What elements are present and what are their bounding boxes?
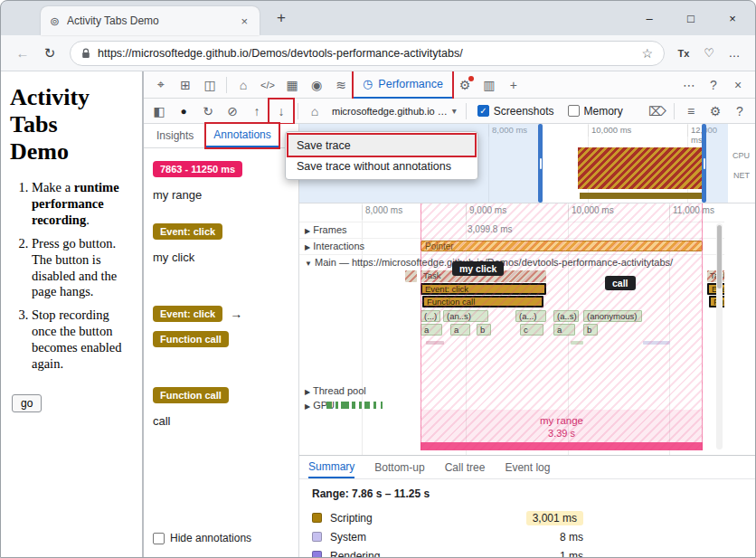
- hide-annotations-checkbox[interactable]: Hide annotations: [153, 532, 251, 544]
- memory-tab-icon[interactable]: ▥: [477, 73, 501, 97]
- clear-button[interactable]: ⊘: [221, 99, 244, 123]
- task-bar[interactable]: [405, 270, 417, 282]
- menu-item-save-trace[interactable]: Save trace: [288, 135, 475, 156]
- range-annotation-badge[interactable]: 7863 - 11250 ms: [153, 161, 242, 177]
- perf-settings-gear-icon[interactable]: ⚙: [704, 99, 727, 123]
- go-button[interactable]: go: [12, 394, 42, 412]
- devtools-overflow-icon[interactable]: ⋯: [677, 73, 701, 97]
- sources-tab-icon[interactable]: </>: [256, 73, 279, 97]
- address-bar[interactable]: https://microsoftedge.github.io/Demos/de…: [70, 41, 665, 66]
- js-frame-bar[interactable]: b: [583, 324, 598, 336]
- menu-item-save-trace-without-annotations[interactable]: Save trace without annotations: [288, 156, 475, 176]
- minimize-button[interactable]: –: [628, 1, 670, 35]
- js-frame-bar[interactable]: (anonymous): [583, 310, 642, 322]
- refresh-button[interactable]: ↻: [37, 41, 62, 66]
- devtools-help-icon[interactable]: ?: [702, 73, 725, 97]
- flame-chart[interactable]: 8,000 ms 9,000 ms 10,000 ms 11,000 ms 3,…: [299, 203, 724, 455]
- function-call-bar[interactable]: Function call: [422, 296, 543, 307]
- download-trace-button[interactable]: ↓: [269, 99, 293, 123]
- thread-pool-row-label[interactable]: ▶ Thread pool: [305, 385, 366, 396]
- ruler-tick: 9,000 ms: [466, 205, 506, 220]
- link-to-badge[interactable]: Function call: [153, 331, 229, 347]
- divider: [674, 103, 675, 119]
- debugger-tab-icon[interactable]: ◉: [305, 73, 328, 97]
- function-annotation-badge[interactable]: Function call: [153, 387, 229, 403]
- toggle-sidebar-icon[interactable]: ◧: [147, 99, 171, 123]
- inspect-icon[interactable]: ⌖: [149, 73, 173, 97]
- tab-close-icon[interactable]: ×: [236, 14, 252, 29]
- navigation-bar: ← ↻ https://microsoftedge.github.io/Demo…: [1, 35, 755, 71]
- record-and-reload-button[interactable]: ↻: [196, 99, 220, 123]
- js-frame-bar[interactable]: b: [477, 324, 491, 336]
- js-frame-bar[interactable]: a: [553, 324, 575, 336]
- browser-essentials-icon[interactable]: ♡: [697, 46, 721, 60]
- favorite-star-icon[interactable]: ☆: [641, 46, 653, 61]
- network-tab-icon[interactable]: ≋: [329, 73, 353, 97]
- tab-summary[interactable]: Summary: [308, 456, 354, 478]
- tab-bottom-up[interactable]: Bottom-up: [374, 456, 424, 478]
- tab-event-log[interactable]: Event log: [505, 456, 550, 478]
- capture-settings-icon[interactable]: ≡: [679, 99, 703, 123]
- new-tab-button[interactable]: +: [270, 9, 292, 27]
- step1-period: .: [86, 213, 90, 227]
- js-frame-bar[interactable]: a: [421, 324, 442, 336]
- tab-insights[interactable]: Insights: [149, 124, 201, 147]
- gpu-activity: [341, 402, 349, 409]
- tab-annotations[interactable]: Annotations: [206, 124, 278, 147]
- range-annotation-label[interactable]: my range: [153, 188, 289, 202]
- record-button[interactable]: ●: [172, 99, 195, 123]
- my-click-annotation-chip[interactable]: my click: [452, 261, 504, 276]
- row-divider: [299, 222, 724, 222]
- tab-call-tree[interactable]: Call tree: [445, 456, 486, 478]
- js-frame-bar[interactable]: (...): [421, 310, 440, 322]
- details-tabs: Summary Bottom-up Call tree Event log: [299, 456, 755, 479]
- minimap-left-handle[interactable]: [538, 124, 543, 203]
- tab-performance[interactable]: ◷ Performance: [354, 71, 452, 99]
- event-click-bar[interactable]: Event: click: [421, 283, 546, 295]
- maximize-button[interactable]: □: [670, 1, 712, 35]
- dock-side-icon[interactable]: ◫: [198, 73, 222, 97]
- timeline-scrollbar[interactable]: [716, 223, 723, 449]
- settings-gear-icon[interactable]: ⚙: [453, 73, 477, 97]
- event-annotation-label[interactable]: my click: [153, 251, 289, 264]
- link-from-badge[interactable]: Event: click: [153, 306, 222, 322]
- range-annotation-band[interactable]: my range 3.39 s: [421, 410, 703, 450]
- js-frame-bar[interactable]: (a...): [515, 310, 546, 322]
- main-track-label[interactable]: ▼ Main — https://microsoftedge.github.io…: [305, 257, 721, 268]
- performance-sidebar: Insights Annotations 7863 - 11250 ms my …: [144, 124, 299, 558]
- memory-checkbox[interactable]: Memory: [562, 105, 629, 118]
- elements-tab-icon[interactable]: ▦: [280, 73, 304, 97]
- js-frame-bar[interactable]: (a..s): [553, 310, 579, 322]
- event-annotation-badge[interactable]: Event: click: [153, 223, 222, 240]
- browser-tab[interactable]: ⊚ Activity Tabs Demo ×: [41, 6, 260, 35]
- js-frame-bar[interactable]: c: [520, 324, 543, 336]
- trash-icon[interactable]: ⌦: [646, 99, 669, 123]
- minimap-right-handle[interactable]: [702, 124, 706, 203]
- checkbox-checked: ✓: [477, 105, 489, 117]
- frames-row-label[interactable]: ▶ Frames: [305, 224, 347, 235]
- interactions-row-label[interactable]: ▶ Interactions: [305, 241, 364, 251]
- devtools-close-icon[interactable]: ×: [726, 73, 750, 97]
- function-annotation-label[interactable]: call: [153, 414, 289, 428]
- origin-selector[interactable]: microsoftedge.github.io … ▾: [327, 106, 461, 117]
- screenshots-checkbox[interactable]: ✓ Screenshots: [471, 105, 561, 118]
- browser-menu-icon[interactable]: …: [723, 46, 746, 60]
- welcome-tab-icon[interactable]: ⌂: [232, 73, 255, 97]
- more-tabs-button[interactable]: +: [502, 73, 525, 97]
- back-button[interactable]: ←: [10, 41, 35, 66]
- pointer-interaction-bar[interactable]: Pointer: [421, 241, 703, 251]
- js-frame-bar[interactable]: (an..s): [443, 310, 488, 322]
- live-metrics-home-icon[interactable]: ⌂: [303, 99, 326, 123]
- device-emulation-icon[interactable]: ⊞: [174, 73, 197, 97]
- save-trace-menu: Save trace Save trace without annotation…: [285, 131, 478, 180]
- legend-row: System 8 ms: [312, 527, 583, 546]
- url-text[interactable]: https://microsoftedge.github.io/Demos/de…: [98, 47, 634, 60]
- js-frame-bar[interactable]: a: [450, 324, 470, 336]
- translate-icon[interactable]: Tx: [672, 48, 695, 59]
- activity-mark: [426, 341, 444, 345]
- upload-trace-button[interactable]: ↑: [245, 99, 269, 123]
- perf-help-icon[interactable]: ?: [728, 99, 751, 123]
- scrollbar-thumb[interactable]: [717, 225, 722, 288]
- window-close-button[interactable]: ×: [712, 1, 753, 35]
- call-annotation-chip[interactable]: call: [605, 276, 636, 290]
